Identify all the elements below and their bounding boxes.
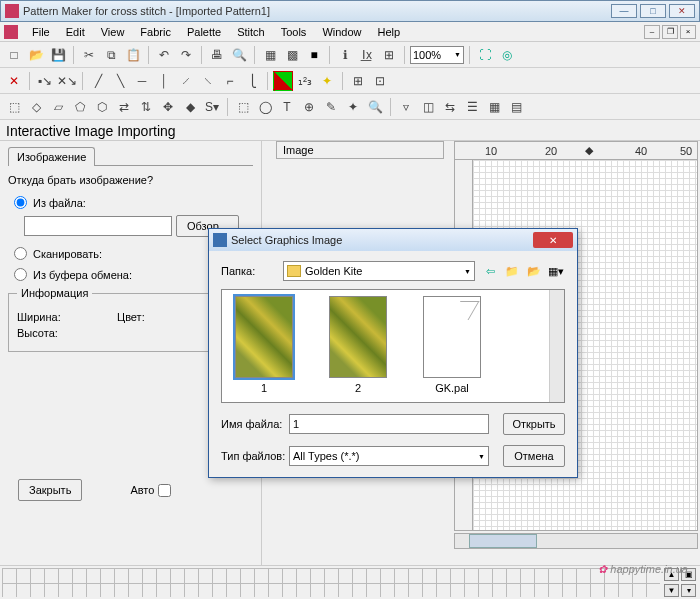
- filelist-scrollbar[interactable]: [549, 290, 564, 402]
- thumbnail-icon: [329, 296, 387, 378]
- solid-view-icon[interactable]: ■: [304, 45, 324, 65]
- mdi-restore-button[interactable]: ❐: [662, 25, 678, 39]
- close-button[interactable]: ✕: [669, 4, 695, 18]
- s-tool-icon[interactable]: S▾: [202, 97, 222, 117]
- eyedrop-icon[interactable]: ⊕: [299, 97, 319, 117]
- mdi-minimize-button[interactable]: –: [644, 25, 660, 39]
- angle-icon[interactable]: ⌐: [220, 71, 240, 91]
- grid2-icon[interactable]: ▦: [484, 97, 504, 117]
- sel-free-icon[interactable]: ◇: [26, 97, 46, 117]
- marquee-icon[interactable]: ⬚: [233, 97, 253, 117]
- file-item-1[interactable]: 1: [228, 296, 300, 396]
- move-icon[interactable]: ✥: [158, 97, 178, 117]
- undo-icon[interactable]: ↶: [154, 45, 174, 65]
- dialog-close-button[interactable]: ✕: [533, 232, 573, 248]
- copy-icon[interactable]: ⧉: [101, 45, 121, 65]
- print-icon[interactable]: 🖶: [207, 45, 227, 65]
- preview-icon[interactable]: 🔍: [229, 45, 249, 65]
- fit-icon[interactable]: ⛶: [475, 45, 495, 65]
- shape2-icon[interactable]: ⬠: [70, 97, 90, 117]
- dialog-titlebar[interactable]: Select Graphics Image ✕: [209, 229, 577, 251]
- line-icon[interactable]: │: [154, 71, 174, 91]
- tool-b-icon[interactable]: ✕↘: [57, 71, 77, 91]
- file-item-2[interactable]: 2: [322, 296, 394, 396]
- flip-v-icon[interactable]: ⇅: [136, 97, 156, 117]
- lasso-icon[interactable]: ◯: [255, 97, 275, 117]
- menu-fabric[interactable]: Fabric: [132, 24, 179, 40]
- menu-edit[interactable]: Edit: [58, 24, 93, 40]
- new-icon[interactable]: □: [4, 45, 24, 65]
- radio-from-file[interactable]: Из файла:: [14, 196, 253, 209]
- palette-grid[interactable]: [2, 568, 660, 597]
- redo-icon[interactable]: ↷: [176, 45, 196, 65]
- color1-icon[interactable]: [273, 71, 293, 91]
- stitch-view-icon[interactable]: ▩: [282, 45, 302, 65]
- half-stitch-icon[interactable]: ╱: [88, 71, 108, 91]
- new-folder-icon[interactable]: 📂: [525, 262, 543, 280]
- text-icon[interactable]: T: [277, 97, 297, 117]
- notes-icon[interactable]: ▤: [506, 97, 526, 117]
- snap-icon[interactable]: ⊡: [370, 71, 390, 91]
- sel-rect-icon[interactable]: ⬚: [4, 97, 24, 117]
- tab-image[interactable]: Изображение: [8, 147, 95, 166]
- diag1-icon[interactable]: ⟋: [176, 71, 196, 91]
- menu-help[interactable]: Help: [370, 24, 409, 40]
- pal-down-icon[interactable]: ▼: [664, 584, 679, 597]
- dialog-title: Select Graphics Image: [231, 234, 533, 246]
- minimize-button[interactable]: —: [611, 4, 637, 18]
- file-path-input[interactable]: [24, 216, 172, 236]
- view-menu-icon[interactable]: ▦▾: [547, 262, 565, 280]
- zoom-combo[interactable]: 100%▼: [410, 46, 464, 64]
- cancel-button[interactable]: Отмена: [503, 445, 565, 467]
- diag2-icon[interactable]: ⟍: [198, 71, 218, 91]
- shape3-icon[interactable]: ⬡: [92, 97, 112, 117]
- open-icon[interactable]: 📂: [26, 45, 46, 65]
- menu-tools[interactable]: Tools: [273, 24, 315, 40]
- menu-view[interactable]: View: [93, 24, 133, 40]
- file-list[interactable]: 1 2 GK.pal: [221, 289, 565, 403]
- back-stitch-icon[interactable]: ─: [132, 71, 152, 91]
- up-folder-icon[interactable]: 📁: [503, 262, 521, 280]
- filetype-combo[interactable]: All Types (*.*)▼: [289, 446, 489, 466]
- paste-icon[interactable]: 📋: [123, 45, 143, 65]
- horizontal-scrollbar[interactable]: [454, 533, 698, 549]
- erase-icon[interactable]: ◫: [418, 97, 438, 117]
- tool-a-icon[interactable]: ▪↘: [35, 71, 55, 91]
- ruler-icon[interactable]: ⊞: [379, 45, 399, 65]
- grid-icon[interactable]: ▦: [260, 45, 280, 65]
- sparkle-icon[interactable]: ✦: [317, 71, 337, 91]
- menu-stitch[interactable]: Stitch: [229, 24, 273, 40]
- folder-combo[interactable]: Golden Kite▼: [283, 261, 475, 281]
- flip-h-icon[interactable]: ⇄: [114, 97, 134, 117]
- full-stitch-icon[interactable]: ✕: [4, 71, 24, 91]
- color2-icon[interactable]: ₁²₃: [295, 71, 315, 91]
- rotate-icon[interactable]: ◆: [180, 97, 200, 117]
- zoom-tool-icon[interactable]: 🔍: [365, 97, 385, 117]
- flood-icon[interactable]: ▿: [396, 97, 416, 117]
- replace-icon[interactable]: ⇆: [440, 97, 460, 117]
- open-button[interactable]: Открыть: [503, 413, 565, 435]
- pencil-icon[interactable]: ✎: [321, 97, 341, 117]
- cut-icon[interactable]: ✂: [79, 45, 99, 65]
- layers-icon[interactable]: ☰: [462, 97, 482, 117]
- quarter-icon[interactable]: ╲: [110, 71, 130, 91]
- back-icon[interactable]: ⇦: [481, 262, 499, 280]
- center-icon[interactable]: ◎: [497, 45, 517, 65]
- menu-window[interactable]: Window: [314, 24, 369, 40]
- menu-palette[interactable]: Palette: [179, 24, 229, 40]
- pal-menu-icon[interactable]: ▾: [681, 584, 696, 597]
- grid-toggle-icon[interactable]: ⊞: [348, 71, 368, 91]
- mdi-close-button[interactable]: ×: [680, 25, 696, 39]
- maximize-button[interactable]: □: [640, 4, 666, 18]
- save-icon[interactable]: 💾: [48, 45, 68, 65]
- shape1-icon[interactable]: ▱: [48, 97, 68, 117]
- menu-file[interactable]: File: [24, 24, 58, 40]
- file-item-pal[interactable]: GK.pal: [416, 296, 488, 396]
- auto-checkbox[interactable]: Авто: [130, 484, 171, 497]
- filename-input[interactable]: [289, 414, 489, 434]
- info-icon[interactable]: ℹ: [335, 45, 355, 65]
- wand-icon[interactable]: ✦: [343, 97, 363, 117]
- curve-icon[interactable]: ⎩: [242, 71, 262, 91]
- text-tool-icon[interactable]: I͟x: [357, 45, 377, 65]
- close-panel-button[interactable]: Закрыть: [18, 479, 82, 501]
